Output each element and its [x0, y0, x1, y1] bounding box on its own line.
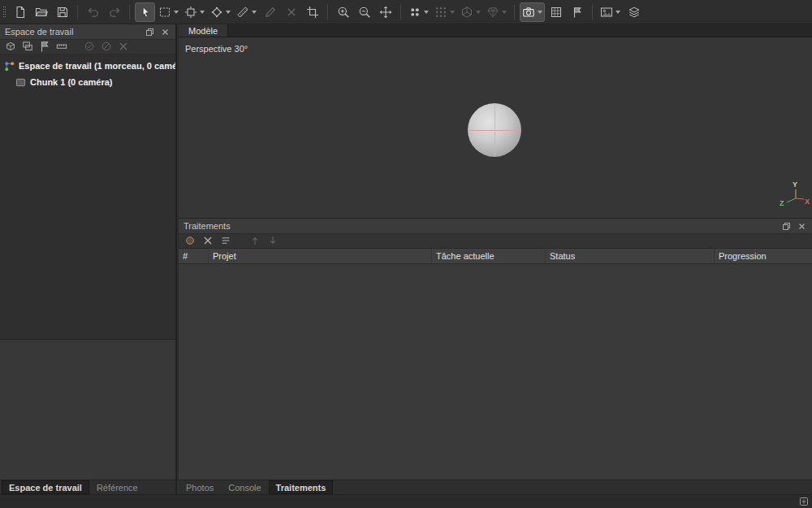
new-document-icon — [14, 6, 27, 19]
redo-button[interactable] — [104, 2, 124, 22]
close-panel-button[interactable] — [797, 221, 807, 232]
workspace-panel: Espace de travail Espace de travail (1 m… — [0, 24, 177, 480]
ruler-icon — [236, 6, 249, 19]
add-marker-button[interactable] — [37, 41, 51, 54]
axis-gizmo: Y Z X — [776, 179, 810, 208]
dropdown-arrow-icon — [200, 11, 205, 14]
stop-task-button[interactable] — [183, 234, 197, 248]
tree-item-chunk-1[interactable]: Chunk 1 (0 caméra) — [0, 74, 175, 90]
save-project-button[interactable] — [52, 2, 72, 22]
show-layers-button[interactable] — [624, 2, 644, 22]
dropdown-arrow-icon — [538, 11, 542, 14]
add-photos-icon — [22, 41, 33, 54]
delete-selection-button[interactable] — [281, 2, 301, 22]
remove-item-button[interactable] — [116, 41, 130, 54]
crop-selection-button[interactable] — [302, 2, 322, 22]
column-header-tache-actuelle: Tâche actuelle — [432, 249, 546, 263]
axis-x-label: X — [805, 198, 810, 206]
new-project-button[interactable] — [10, 2, 30, 22]
model-viewport[interactable]: Perspective 30° Y Z X — [179, 37, 812, 218]
axis-z-label: Z — [780, 199, 784, 207]
undo-button[interactable] — [83, 2, 103, 22]
redo-icon — [108, 6, 121, 19]
trackball-sphere — [468, 103, 521, 157]
move-region-icon — [184, 6, 197, 19]
projection-label: Perspective 30° — [185, 44, 248, 54]
zoom-out-button[interactable] — [354, 2, 374, 22]
zoom-out-icon — [358, 6, 371, 19]
reset-view-button[interactable] — [375, 2, 395, 22]
move-task-up-button[interactable] — [248, 234, 261, 248]
axis-x-line — [796, 198, 804, 199]
draw-tool-button[interactable] — [260, 2, 280, 22]
surface-icon — [550, 6, 563, 19]
tab-traitements[interactable]: Traitements — [269, 480, 334, 494]
stop-icon — [184, 235, 196, 248]
dropdown-arrow-icon — [615, 11, 620, 14]
close-panel-button[interactable] — [160, 27, 171, 37]
open-folder-icon — [35, 6, 48, 19]
rectangle-selection-button[interactable] — [156, 2, 181, 22]
workspace-icon — [4, 61, 15, 72]
toolbar-separator — [400, 5, 401, 20]
add-photos-button[interactable] — [20, 41, 34, 54]
tab-reference[interactable]: Référence — [89, 480, 145, 494]
tab-model[interactable]: Modèle — [179, 24, 228, 37]
tab-photos[interactable]: Photos — [179, 480, 221, 494]
zoom-in-button[interactable] — [333, 2, 353, 22]
dropdown-arrow-icon — [502, 11, 507, 14]
processing-panel-title: Traitements — [184, 221, 781, 231]
cross-icon — [201, 234, 214, 249]
show-cameras-button[interactable] — [520, 2, 545, 22]
show-dense-cloud-button[interactable] — [432, 2, 457, 22]
disable-icon — [101, 41, 112, 54]
add-chunk-button[interactable] — [3, 41, 17, 54]
tab-console[interactable]: Console — [221, 480, 268, 494]
main-toolbar — [0, 0, 812, 24]
float-panel-button[interactable] — [781, 221, 792, 232]
tree-item-label: Espace de travail (1 morceau, 0 caméra) — [19, 61, 175, 71]
show-texture-button[interactable] — [484, 2, 509, 22]
layers-icon — [628, 6, 641, 19]
add-scalebar-button[interactable] — [54, 41, 68, 54]
workspace-panel-header: Espace de travail — [0, 24, 175, 40]
navigation-button[interactable] — [135, 2, 155, 22]
show-point-cloud-button[interactable] — [406, 2, 431, 22]
zoom-in-icon — [337, 6, 350, 19]
processing-table-header: #ProjetTâche actuelleStatusProgression — [179, 249, 812, 264]
tab-espace-de-travail[interactable]: Espace de travail — [2, 480, 89, 494]
axis-z-line — [787, 198, 796, 202]
dropdown-arrow-icon — [174, 11, 179, 14]
tree-item-label: Chunk 1 (0 caméra) — [30, 77, 112, 87]
dots4-icon — [408, 6, 421, 19]
show-images-button[interactable] — [598, 2, 623, 22]
show-thumbnails-button[interactable] — [546, 2, 566, 22]
move-task-down-button[interactable] — [266, 234, 279, 248]
processing-table-body — [179, 264, 812, 480]
show-markers-button[interactable] — [567, 2, 587, 22]
float-panel-button[interactable] — [145, 27, 155, 37]
enable-item-button[interactable] — [82, 41, 96, 54]
resize-region-icon — [210, 6, 223, 19]
resize-region-button[interactable] — [208, 2, 233, 22]
dropdown-arrow-icon — [450, 11, 455, 14]
pencil-icon — [264, 6, 277, 19]
save-icon — [56, 6, 69, 19]
dropdown-arrow-icon — [476, 11, 481, 14]
column-header-progression: Progression — [715, 249, 812, 263]
cross-icon — [285, 6, 298, 19]
image-icon — [600, 6, 613, 19]
workspace-lower-pane — [0, 339, 175, 480]
task-list-button[interactable] — [218, 234, 232, 248]
main-area: Modèle Perspective 30° Y Z X Traitements — [179, 24, 812, 480]
show-model-button[interactable] — [458, 2, 483, 22]
open-project-button[interactable] — [31, 2, 51, 22]
disable-item-button[interactable] — [99, 41, 113, 54]
ruler-button[interactable] — [234, 2, 259, 22]
flag-icon — [38, 40, 51, 54]
remove-task-button[interactable] — [201, 234, 214, 248]
dropdown-arrow-icon — [226, 11, 231, 14]
move-region-button[interactable] — [182, 2, 207, 22]
dots9-icon — [434, 6, 447, 19]
tree-item-workspace-root[interactable]: Espace de travail (1 morceau, 0 caméra) — [0, 58, 175, 74]
